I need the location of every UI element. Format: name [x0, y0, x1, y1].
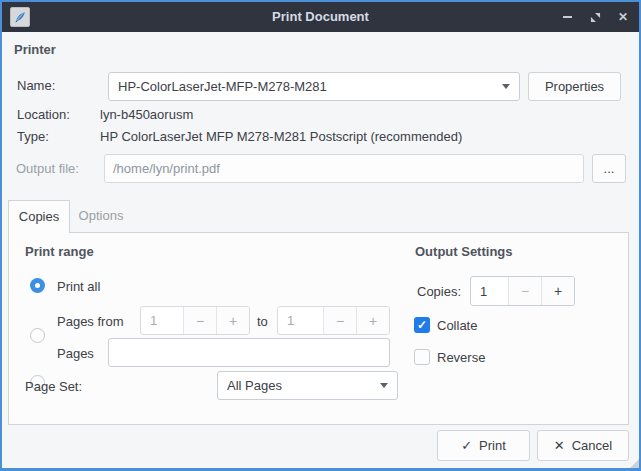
- location-label: Location:: [17, 107, 70, 123]
- output-file-entry: /home/lyn/print.pdf: [104, 154, 584, 183]
- minimize-button[interactable]: [559, 9, 575, 25]
- copies-decrement-button[interactable]: −: [508, 277, 541, 305]
- copies-label: Copies:: [417, 284, 461, 300]
- properties-button[interactable]: Properties: [528, 72, 621, 101]
- printer-name-label: Name:: [17, 78, 55, 94]
- pages-to-spinner: 1 − +: [277, 306, 390, 335]
- page-set-combobox[interactable]: All Pages: [217, 371, 398, 400]
- collate-checkbox[interactable]: ✓: [414, 317, 430, 333]
- close-button[interactable]: ✕: [615, 9, 631, 25]
- maximize-button[interactable]: [587, 9, 603, 25]
- browse-output-file-button[interactable]: ...: [592, 154, 626, 183]
- page-set-label: Page Set:: [25, 379, 82, 395]
- titlebar[interactable]: Print Document ✕: [2, 2, 639, 32]
- printer-name-combobox[interactable]: HP-ColorLaserJet-MFP-M278-M281: [108, 72, 520, 101]
- resize-grip[interactable]: [630, 459, 639, 468]
- cancel-button[interactable]: ✕ Cancel: [537, 430, 629, 461]
- output-file-label: Output file:: [16, 161, 79, 177]
- pages-to-increment-button: +: [356, 307, 389, 334]
- minimize-icon: [563, 16, 572, 18]
- tab-options[interactable]: Options: [70, 200, 132, 233]
- type-label: Type:: [17, 129, 49, 145]
- print-dialog-window: Print Document ✕ Printer Name: HP-ColorL…: [0, 0, 641, 471]
- copies-spinner[interactable]: 1 − +: [470, 276, 575, 306]
- pages-label: Pages: [57, 346, 94, 362]
- checkmark-icon: ✓: [461, 438, 472, 453]
- printer-name-value: HP-ColorLaserJet-MFP-M278-M281: [118, 79, 502, 94]
- pages-to-label: to: [257, 314, 268, 330]
- output-file-value: /home/lyn/print.pdf: [113, 161, 220, 176]
- tab-copies[interactable]: Copies: [8, 200, 70, 233]
- print-all-radio[interactable]: [30, 278, 45, 293]
- print-button[interactable]: ✓ Print: [437, 430, 530, 461]
- page-set-value: All Pages: [227, 378, 380, 393]
- collate-label: Collate: [437, 318, 477, 334]
- copies-value: 1: [471, 277, 508, 305]
- reverse-checkbox[interactable]: [414, 349, 430, 365]
- pages-from-radio[interactable]: [30, 328, 45, 343]
- reverse-label: Reverse: [437, 350, 485, 366]
- pages-to-decrement-button: −: [323, 307, 356, 334]
- print-all-label: Print all: [57, 279, 100, 295]
- location-value: lyn-b450aorusm: [100, 107, 193, 123]
- pages-from-decrement-button: −: [183, 307, 216, 334]
- pages-from-spinner: 1 − +: [140, 306, 250, 335]
- type-value: HP ColorLaserJet MFP M278-M281 Postscrip…: [100, 129, 462, 145]
- pages-to-value: 1: [278, 307, 323, 334]
- unmaximize-icon: [590, 12, 601, 23]
- dropdown-arrow-icon: [502, 84, 510, 89]
- printer-section-heading: Printer: [14, 42, 56, 57]
- pages-from-label: Pages from: [57, 314, 123, 330]
- window-title: Print Document: [2, 2, 639, 32]
- pages-entry: [108, 338, 390, 367]
- checkmark-icon: ✓: [417, 318, 427, 332]
- dropdown-arrow-icon: [380, 383, 388, 388]
- copies-increment-button[interactable]: +: [541, 277, 574, 305]
- cross-icon: ✕: [554, 438, 565, 453]
- output-settings-heading: Output Settings: [415, 244, 513, 259]
- print-range-heading: Print range: [25, 244, 94, 259]
- pages-from-increment-button: +: [216, 307, 249, 334]
- pages-from-value: 1: [141, 307, 183, 334]
